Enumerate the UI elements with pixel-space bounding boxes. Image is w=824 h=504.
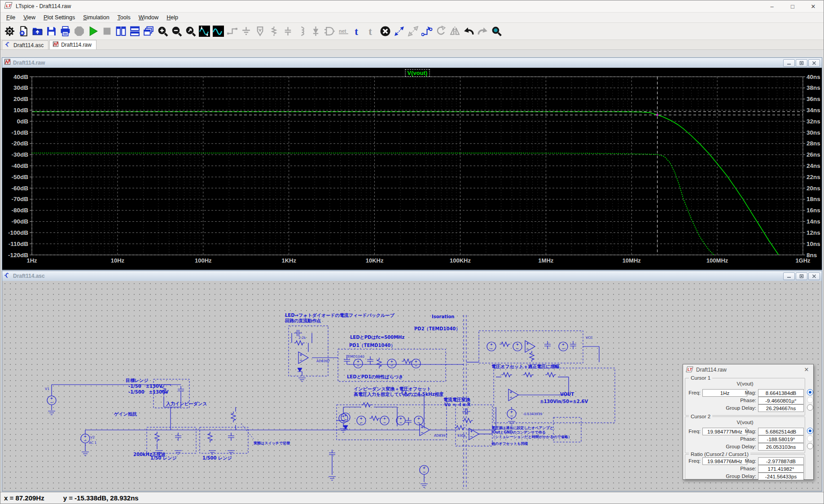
cut-icon[interactable] <box>378 25 392 38</box>
svg-text:10MHz: 10MHz <box>622 257 641 264</box>
waveform-plot[interactable]: 1Hz10Hz100Hz1KHz10KHz100KHz1MHz10MHz100M… <box>2 68 822 270</box>
move-icon[interactable] <box>392 25 406 38</box>
cursor2-phase-value[interactable]: -188.58019° <box>758 435 804 443</box>
tab-draft114-asc[interactable]: Draft114.asc <box>2 40 48 49</box>
cascade-icon[interactable] <box>142 25 155 38</box>
plot-minimize-button[interactable] <box>783 59 795 67</box>
drag-icon[interactable] <box>420 25 434 38</box>
schematic-restore-button[interactable] <box>796 272 807 280</box>
plot-window-titlebar[interactable]: Draft114.raw <box>2 58 822 68</box>
svg-text:-60dB: -60dB <box>11 185 28 192</box>
schematic-window-titlebar[interactable]: Draft114.asc <box>2 271 822 281</box>
schematic-annotation: 目標レンジ <box>126 377 149 384</box>
svg-text:16ns: 16ns <box>806 207 820 214</box>
find-icon[interactable] <box>490 25 503 38</box>
svg-text:10Hz: 10Hz <box>111 257 125 264</box>
print-icon[interactable] <box>58 25 72 38</box>
svg-text:-80dB: -80dB <box>11 207 28 214</box>
tile-vertical-icon[interactable] <box>114 25 127 38</box>
save-icon[interactable] <box>44 25 58 38</box>
svg-text:8ns: 8ns <box>806 252 817 259</box>
zoom-extents-icon[interactable] <box>184 25 197 38</box>
close-button[interactable]: ✕ <box>803 0 824 12</box>
plot-restore-button[interactable] <box>796 59 807 67</box>
schematic-annotation: 高電圧入力を想定しているので4-5kHz程度 <box>354 391 444 398</box>
cursor-dialog[interactable]: LT Draft114.raw ✕ Cursor 1V(vout)Freq:1H… <box>683 364 814 480</box>
menu-view[interactable]: View <box>19 13 39 22</box>
svg-text:100MHz: 100MHz <box>706 257 728 264</box>
schematic-minimize-button[interactable] <box>783 272 795 280</box>
cursor-dialog-close-icon[interactable]: ✕ <box>802 366 811 374</box>
halt-icon <box>100 25 114 38</box>
svg-text:100Hz: 100Hz <box>195 257 212 264</box>
minimize-button[interactable]: – <box>762 0 782 12</box>
svg-text:t: t <box>355 26 358 37</box>
net-name-icon: net <box>337 25 350 38</box>
schematic-annotation: 1/500 レンジ <box>202 455 232 461</box>
ratio-phase-value[interactable]: 171.41982° <box>758 465 804 473</box>
schematic-annotation: Isoration <box>432 314 454 319</box>
toolbar: nettt <box>0 23 824 40</box>
cursor2-group-delay-value[interactable]: 26.053103ns <box>758 443 804 451</box>
cursor1-mag-radio[interactable] <box>807 389 813 395</box>
cursor1-group-delay-value[interactable]: 26.294667ns <box>758 404 804 412</box>
svg-text:28ns: 28ns <box>806 140 820 147</box>
menu-window[interactable]: Window <box>135 13 162 22</box>
run-icon[interactable] <box>86 25 100 38</box>
tile-horizontal-icon[interactable] <box>128 25 141 38</box>
svg-text:22ns: 22ns <box>806 174 820 180</box>
new-schematic-icon[interactable] <box>17 25 30 38</box>
text-comment-icon[interactable]: t <box>351 25 364 38</box>
open-icon[interactable] <box>31 25 44 38</box>
tabbar: Draft114.asc Draft114.raw <box>0 40 824 50</box>
ratio-group-delay-value[interactable]: -241.56433ps <box>758 473 804 480</box>
svg-text:20dB: 20dB <box>13 96 28 102</box>
menu-tools[interactable]: Tools <box>114 13 135 22</box>
cursor2-mag-radio[interactable] <box>807 428 813 434</box>
control-panel-icon[interactable] <box>3 25 16 38</box>
cursor1-phase-radio[interactable] <box>807 397 813 403</box>
ltspice-logo-icon: LT <box>686 366 693 373</box>
inductor-icon <box>295 25 308 38</box>
cursor2-phase-radio[interactable] <box>807 435 813 442</box>
ltspice-logo-icon: LT <box>4 2 13 11</box>
autorange-y-icon[interactable] <box>197 25 211 38</box>
undo-icon[interactable] <box>462 25 475 38</box>
svg-text:36ns: 36ns <box>806 96 820 102</box>
cursor1-group-delay-radio[interactable] <box>807 404 813 411</box>
maximize-button[interactable]: □ <box>782 0 803 12</box>
titlebar[interactable]: LT LTspice - Draft114.raw – □ ✕ <box>0 0 824 13</box>
zoom-out-icon[interactable] <box>170 25 183 38</box>
ratio-phase-label: Phase: <box>721 466 756 471</box>
svg-text:-10dB: -10dB <box>11 129 28 136</box>
resistor-icon <box>267 25 281 38</box>
cursor2-mag-value[interactable]: 5.6862514dB <box>758 428 804 435</box>
bode-plot-canvas[interactable]: 1Hz10Hz100Hz1KHz10KHz100KHz1MHz10MHz100M… <box>2 68 822 270</box>
trace-label-vout[interactable]: V(vout) <box>405 69 430 77</box>
schematic-window-icon <box>4 272 11 280</box>
waveform-tab-icon <box>53 41 59 49</box>
schematic-close-button[interactable] <box>808 272 820 280</box>
cursor-dialog-titlebar[interactable]: LT Draft114.raw ✕ <box>683 364 813 375</box>
plot-close-button[interactable] <box>808 59 820 67</box>
plot-window: Draft114.raw 1Hz10Hz100Hz1KHz10KHz100KHz… <box>2 57 822 270</box>
tab-draft114-raw[interactable]: Draft114.raw <box>49 40 96 49</box>
menu-file[interactable]: File <box>2 13 19 22</box>
waveform-pan-icon[interactable] <box>211 25 225 38</box>
cursor1-mag-value[interactable]: 8.6641384dB <box>758 389 804 397</box>
ratio-mag-value[interactable]: -2.977887dB <box>758 457 804 465</box>
svg-text:18ns: 18ns <box>806 196 820 202</box>
schematic-annotation: ±130Vin/50=±2.6V <box>540 399 588 404</box>
schematic-annotation: 2.2k <box>298 336 306 340</box>
zoom-in-icon[interactable] <box>156 25 169 38</box>
menu-help[interactable]: Help <box>162 13 182 22</box>
schematic-annotation: ゲイン抵抗 <box>114 411 137 417</box>
cursor1-phase-value[interactable]: -9.4660801µ° <box>758 397 804 404</box>
cursor2-group-delay-radio[interactable] <box>807 443 813 449</box>
menu-simulation[interactable]: Simulation <box>79 13 113 22</box>
svg-text:-90dB: -90dB <box>11 218 28 225</box>
menu-plot-settings[interactable]: Plot Settings <box>39 13 79 22</box>
cursor1-group-delay-label: Group Delay: <box>721 405 756 411</box>
schematic-annotation: V1 <box>45 387 49 391</box>
schematic-annotation: 430k <box>457 434 466 438</box>
